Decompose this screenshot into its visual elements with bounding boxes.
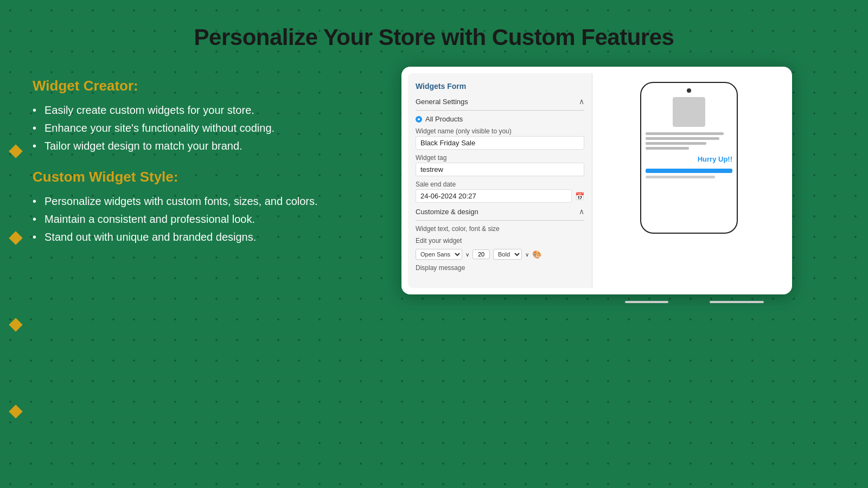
phone-line-4 (646, 147, 689, 150)
font-size-input[interactable] (473, 249, 490, 259)
phone-image-placeholder (673, 97, 705, 127)
divider-1 (416, 110, 584, 111)
custom-style-bullet-1: Personalize widgets with custom fonts, s… (33, 195, 336, 208)
widget-name-label: Widget name (only visible to you) (416, 127, 584, 135)
edit-widget-label: Edit your widget (416, 237, 584, 245)
all-products-radio[interactable] (416, 116, 422, 123)
phone-line-2 (646, 137, 719, 140)
widgets-form-panel: Widgets Form General Settings ∧ All Prod… (408, 73, 592, 288)
general-settings-row[interactable]: General Settings ∧ (416, 97, 584, 106)
stand-line-left (625, 301, 668, 303)
custom-style-list: Personalize widgets with custom fonts, s… (33, 195, 336, 243)
font-weight-select[interactable]: Bold (493, 249, 522, 260)
general-settings-chevron[interactable]: ∧ (579, 97, 584, 106)
custom-style-heading: Custom Widget Style: (33, 169, 336, 185)
form-title: Widgets Form (416, 82, 584, 91)
widget-creator-list: Easily create custom widgets for your st… (33, 104, 336, 152)
phone-line-3 (646, 142, 706, 145)
calendar-icon[interactable]: 📅 (575, 192, 584, 201)
display-message-label: Display message (416, 264, 584, 272)
widget-tag-label: Widget tag (416, 154, 584, 162)
sale-end-date-row: 24-06-2024 20:27 📅 (416, 189, 584, 203)
general-settings-label: General Settings (416, 98, 468, 106)
page-title-section: Personalize Your Store with Custom Featu… (0, 0, 868, 56)
customize-chevron[interactable]: ∧ (579, 207, 584, 216)
phone-line-1 (646, 132, 724, 135)
screen-mockup: Widgets Form General Settings ∧ All Prod… (401, 67, 792, 294)
widget-name-value[interactable]: Black Friday Sale (416, 136, 584, 150)
page-title: Personalize Your Store with Custom Featu… (11, 24, 857, 50)
all-products-label: All Products (425, 115, 463, 123)
preview-panel: Hurry Up!! (592, 73, 786, 288)
gray-bar (646, 176, 715, 178)
widget-creator-bullet-1: Easily create custom widgets for your st… (33, 104, 336, 117)
font-family-select[interactable]: Open Sans (416, 249, 462, 260)
right-panel: Widgets Form General Settings ∧ All Prod… (358, 67, 835, 294)
paint-icon[interactable]: 🎨 (532, 250, 541, 259)
customize-label: Customize & design (416, 208, 478, 216)
font-size-chevron: ∨ (465, 252, 469, 258)
widget-creator-bullet-2: Enhance your site's functionality withou… (33, 122, 336, 134)
stand-line-right (710, 301, 764, 303)
widget-creator-bullet-3: Tailor widget design to match your brand… (33, 140, 336, 152)
phone-camera (687, 88, 691, 93)
custom-style-bullet-2: Maintain a consistent and professional l… (33, 213, 336, 226)
customize-section-row[interactable]: Customize & design ∧ (416, 207, 584, 216)
phone-text-lines (646, 132, 732, 150)
all-products-row[interactable]: All Products (416, 115, 584, 123)
phone-mockup: Hurry Up!! (640, 82, 738, 234)
divider-2 (416, 220, 584, 221)
font-weight-chevron: ∨ (525, 252, 529, 258)
left-panel: Widget Creator: Easily create custom wid… (33, 67, 336, 260)
font-row: Open Sans ∨ Bold ∨ 🎨 (416, 249, 584, 260)
sale-end-date-value[interactable]: 24-06-2024 20:27 (416, 189, 572, 203)
hurry-up-text: Hurry Up!! (646, 155, 732, 163)
widget-text-label: Widget text, color, font & size (416, 225, 584, 233)
widget-tag-value[interactable]: testrew (416, 163, 584, 176)
blue-bar (646, 169, 732, 173)
widget-creator-heading: Widget Creator: (33, 78, 336, 94)
sale-end-date-label: Sale end date (416, 181, 584, 188)
custom-style-bullet-3: Stand out with unique and branded design… (33, 231, 336, 243)
